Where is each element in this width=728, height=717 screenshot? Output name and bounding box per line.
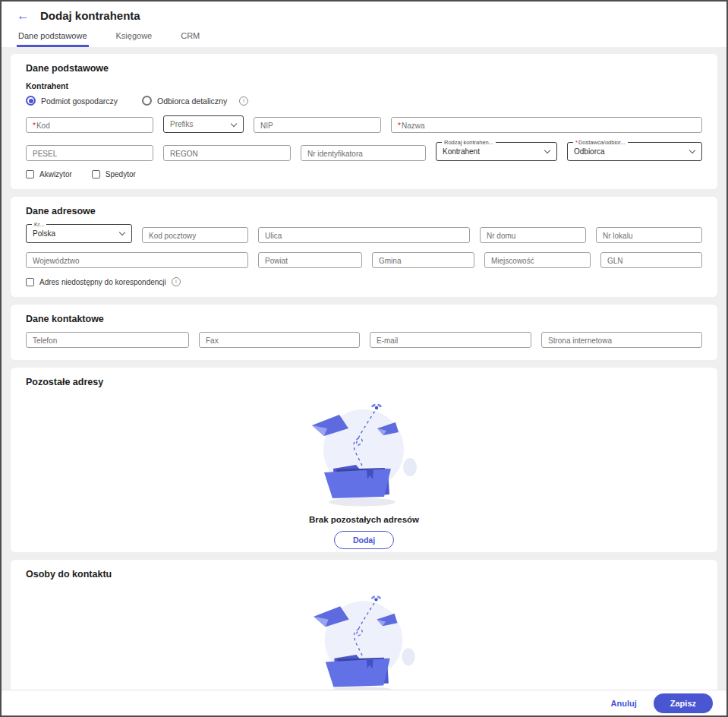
zapisz-button[interactable]: Zapisz — [654, 693, 713, 713]
gln-field[interactable]: GLN — [600, 252, 702, 268]
info-icon[interactable]: i — [239, 96, 248, 106]
radio-icon — [142, 96, 152, 106]
section-dane-kontaktowe: Dane kontaktowe Telefon Fax E-mail Stron… — [11, 305, 717, 360]
chevron-down-icon — [689, 147, 695, 153]
info-icon[interactable]: i — [172, 277, 181, 286]
nr-lokalu-field[interactable]: Nr lokalu — [596, 227, 702, 243]
kontrahent-label: Kontrahent — [26, 81, 702, 90]
footer-action-bar: Anuluj Zapisz — [2, 690, 726, 715]
chevron-down-icon — [119, 229, 125, 235]
nazwa-input[interactable] — [392, 118, 701, 133]
powiat-field[interactable]: Powiat — [258, 252, 362, 268]
telefon-field[interactable]: Telefon — [26, 332, 189, 348]
checkbox-adres-niedostepny[interactable]: Adres niedostępny do korespondencji — [26, 278, 166, 286]
select-label: Rodzaj kontrahen... — [442, 139, 496, 146]
chevron-down-icon — [231, 121, 237, 127]
checkbox-icon — [92, 170, 100, 178]
nr-lokalu-input[interactable] — [597, 229, 701, 243]
regon-field[interactable]: REGON — [163, 145, 291, 161]
miejscowosc-field[interactable]: Miejscowość — [484, 252, 591, 268]
regon-input[interactable] — [164, 147, 290, 161]
app-window: ← Dodaj kontrahenta Dane podstawowe Księ… — [0, 0, 728, 717]
chevron-down-icon — [544, 147, 550, 153]
tab-bar: Dane podstawowe Księgowe CRM — [2, 27, 726, 47]
email-field[interactable]: E-mail — [370, 332, 531, 348]
section-pozostale-adresy: Pozostałe adresy Brak pozostałych adresó… — [11, 368, 717, 552]
section-title: Pozostałe adresy — [26, 377, 702, 387]
dodaj-adres-button[interactable]: Dodaj — [334, 531, 394, 549]
nr-identyfikatora-input[interactable] — [301, 147, 425, 161]
nazwa-field[interactable]: *Nazwa — [391, 117, 702, 133]
nr-identyfikatora-field[interactable]: Nr identyfikatora — [301, 145, 426, 161]
radio-label: Odbiorca detaliczny — [157, 96, 227, 106]
telefon-input[interactable] — [27, 333, 188, 348]
strona-internetowa-input[interactable] — [542, 333, 701, 348]
select-label: Kr... — [32, 221, 46, 228]
back-arrow-icon[interactable]: ← — [17, 9, 30, 22]
pesel-input[interactable] — [27, 147, 153, 161]
checkbox-icon — [26, 170, 34, 178]
section-title: Dane podstawowe — [26, 63, 702, 74]
pesel-field[interactable]: PESEL — [26, 145, 153, 161]
gmina-input[interactable] — [373, 254, 474, 268]
checkbox-label: Akwizytor — [39, 170, 72, 178]
dostawca-odbiorca-value: Odbiorca — [574, 147, 605, 156]
ulica-input[interactable] — [259, 229, 469, 243]
nip-field[interactable]: NIP — [254, 117, 381, 133]
radio-label: Podmiot gospodarczy — [41, 96, 118, 106]
powiat-input[interactable] — [259, 254, 361, 268]
radio-icon — [26, 96, 36, 106]
fax-field[interactable]: Fax — [199, 332, 360, 348]
empty-folder-illustration — [301, 395, 427, 509]
wojewodztwo-input[interactable] — [27, 254, 247, 268]
radio-podmiot-gospodarczy[interactable]: Podmiot gospodarczy — [26, 96, 118, 106]
tab-dane-podstawowe[interactable]: Dane podstawowe — [17, 28, 89, 47]
wojewodztwo-field[interactable]: Województwo — [26, 252, 248, 268]
kraj-select[interactable]: Kr... Polska — [26, 224, 132, 243]
kod-field[interactable]: *Kod — [26, 117, 153, 133]
strona-internetowa-field[interactable]: Strona internetowa — [541, 332, 702, 348]
section-title: Dane adresowe — [26, 206, 702, 216]
empty-message: Brak pozostałych adresów — [26, 515, 702, 524]
kod-input[interactable] — [27, 118, 153, 133]
email-input[interactable] — [370, 333, 531, 348]
nip-input[interactable] — [254, 118, 380, 133]
nr-domu-field[interactable]: Nr domu — [480, 227, 586, 243]
checkbox-icon — [26, 278, 34, 286]
kraj-value: Polska — [33, 229, 55, 238]
anuluj-button[interactable]: Anuluj — [611, 699, 637, 708]
nr-domu-input[interactable] — [481, 229, 585, 243]
rodzaj-kontrahenta-value: Kontrahent — [443, 147, 480, 156]
kod-pocztowy-input[interactable] — [143, 229, 247, 243]
dostawca-odbiorca-select[interactable]: *Dostawca/odbior... Odbiorca — [567, 142, 702, 161]
kod-pocztowy-field[interactable]: Kod pocztowy — [142, 227, 248, 243]
section-title: Osoby do kontaktu — [26, 569, 702, 580]
fax-input[interactable] — [200, 333, 359, 348]
gmina-field[interactable]: Gmina — [372, 252, 474, 268]
prefiks-value: Prefiks — [170, 120, 194, 128]
ulica-field[interactable]: Ulica — [258, 227, 470, 243]
top-header: ← Dodaj kontrahenta Dane podstawowe Księ… — [2, 2, 726, 47]
checkbox-label: Adres niedostępny do korespondencji — [39, 278, 166, 286]
rodzaj-kontrahenta-select[interactable]: Rodzaj kontrahen... Kontrahent — [436, 142, 557, 161]
tab-crm[interactable]: CRM — [179, 28, 201, 47]
section-dane-adresowe: Dane adresowe Kr... Polska Kod pocztowy … — [11, 197, 717, 297]
section-dane-podstawowe: Dane podstawowe Kontrahent Podmiot gospo… — [11, 54, 717, 189]
checkbox-akwizytor[interactable]: Akwizytor — [26, 170, 72, 178]
empty-folder-illustration — [301, 587, 427, 697]
radio-odbiorca-detaliczny[interactable]: Odbiorca detaliczny — [142, 96, 227, 106]
section-title: Dane kontaktowe — [26, 314, 702, 324]
miejscowosc-input[interactable] — [485, 254, 590, 268]
checkbox-spedytor[interactable]: Spedytor — [92, 170, 136, 178]
prefiks-select[interactable]: Prefiks — [163, 115, 244, 133]
select-label: *Dostawca/odbior... — [573, 139, 628, 146]
page-title: Dodaj kontrahenta — [40, 9, 140, 22]
checkbox-label: Spedytor — [106, 170, 136, 178]
gln-input[interactable] — [601, 254, 701, 268]
tab-ksiegowe[interactable]: Księgowe — [115, 28, 154, 47]
